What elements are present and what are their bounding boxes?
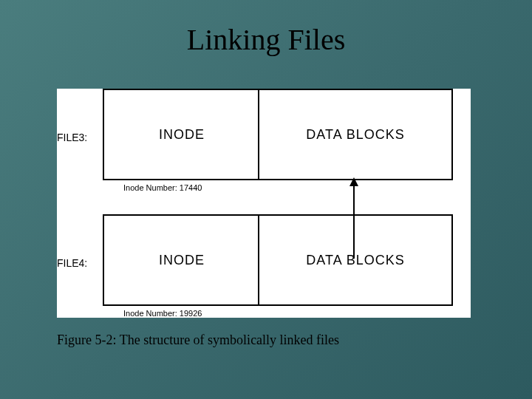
figure-caption: Figure 5-2: The structure of symbolicall… — [57, 332, 339, 348]
box-file3-inode: INODE — [103, 89, 261, 180]
label-file3: FILE3: — [57, 132, 87, 143]
box-file4-inode: INODE — [103, 214, 261, 306]
box-file3-datablocks: DATA BLOCKS — [258, 89, 453, 180]
slide: Linking Files FILE3: INODE DATA BLOCKS I… — [0, 0, 532, 399]
arrow-line — [353, 186, 355, 259]
box-file4-datablocks: DATA BLOCKS — [258, 214, 453, 306]
arrow-head-icon — [349, 177, 358, 186]
figure-area: FILE3: INODE DATA BLOCKS Inode Number: 1… — [57, 89, 471, 318]
label-file4: FILE4: — [57, 257, 87, 269]
slide-title: Linking Files — [0, 22, 532, 57]
caption-inode3: Inode Number: 17440 — [123, 183, 202, 192]
caption-inode4: Inode Number: 19926 — [123, 309, 202, 318]
